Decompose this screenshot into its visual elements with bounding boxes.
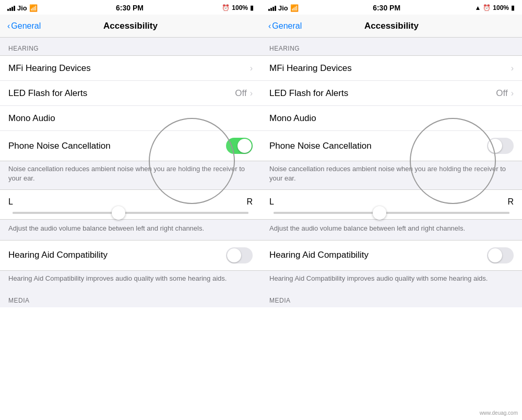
noise-label-right: Phone Noise Cancellation (269, 141, 372, 151)
page-title-left: Accessibility (103, 21, 158, 31)
time-display: 6:30 PM (116, 4, 144, 12)
battery-label: 100% (232, 4, 248, 11)
page-title-right: Accessibility (364, 21, 419, 31)
led-right-left: Off › (235, 88, 253, 99)
mfi-row-right[interactable]: MFi Hearing Devices › (261, 56, 522, 81)
slider-right-label-right: R (507, 197, 514, 207)
led-row-right[interactable]: LED Flash for Alerts Off › (261, 81, 522, 106)
led-chevron-left: › (250, 89, 253, 98)
back-button-right[interactable]: ‹ General (268, 21, 302, 31)
wifi-icon-right: 📶 (290, 4, 299, 12)
back-chevron-icon-right: ‹ (268, 21, 271, 31)
slider-track-right[interactable] (274, 212, 509, 214)
status-bar-right: Jio 📶 6:30 PM ▲ ⏰ 100% ▮ (261, 0, 522, 15)
mfi-label-left: MFi Hearing Devices (8, 63, 91, 74)
settings-list-left: HEARING MFi Hearing Devices › LED Flash … (0, 38, 261, 307)
slider-section-right: L R (261, 189, 522, 220)
mfi-right-left: › (250, 64, 253, 73)
mono-label-right: Mono Audio (269, 113, 316, 124)
slider-section-left: L R (0, 189, 261, 220)
hearing-aid-group-left: Hearing Aid Compatibility (0, 240, 261, 271)
led-label-left: LED Flash for Alerts (8, 88, 87, 99)
slider-left-label-left: L (8, 197, 13, 207)
led-row-left[interactable]: LED Flash for Alerts Off › (0, 81, 261, 106)
slider-left-label-right: L (269, 197, 274, 207)
back-label-right: General (272, 21, 302, 31)
hearing-aid-row-right[interactable]: Hearing Aid Compatibility (261, 241, 522, 270)
settings-list-right: HEARING MFi Hearing Devices › LED Flash … (261, 38, 522, 307)
slider-track-left[interactable] (13, 212, 248, 214)
right-panel: Jio 📶 6:30 PM ▲ ⏰ 100% ▮ ‹ General Acces… (261, 0, 522, 420)
noise-description-left: Noise cancellation reduces ambient noise… (0, 161, 261, 189)
left-panel: Jio 📶 6:30 PM ⏰ 100% ▮ ‹ General Accessi… (0, 0, 261, 420)
noise-toggle-knob-left (238, 139, 252, 153)
hearing-group-left: MFi Hearing Devices › LED Flash for Aler… (0, 55, 261, 161)
status-right: ⏰ 100% ▮ (222, 4, 254, 11)
section-hearing-right: HEARING (261, 38, 522, 55)
mfi-chevron-right: › (511, 64, 514, 73)
carrier-label: Jio (17, 4, 27, 12)
location-icon-right: ▲ (474, 4, 481, 11)
status-right-right: ▲ ⏰ 100% ▮ (474, 4, 515, 11)
slider-description-right: Adjust the audio volume balance between … (261, 220, 522, 239)
nav-bar-left: ‹ General Accessibility (0, 15, 261, 38)
slider-right-label-left: R (246, 197, 253, 207)
slider-fill-left (13, 212, 248, 214)
hearing-aid-knob-right (488, 248, 502, 262)
mono-row-left[interactable]: Mono Audio (0, 106, 261, 131)
mono-row-right[interactable]: Mono Audio (261, 106, 522, 131)
hearing-group-right: MFi Hearing Devices › LED Flash for Aler… (261, 55, 522, 161)
slider-labels-right: L R (269, 197, 514, 207)
battery-icon-right: ▮ (511, 4, 515, 11)
hearing-aid-toggle-right[interactable] (487, 247, 514, 263)
led-chevron-right: › (511, 89, 514, 98)
led-value-left: Off (235, 88, 246, 99)
hearing-aid-row-left[interactable]: Hearing Aid Compatibility (0, 241, 261, 270)
back-label: General (11, 21, 41, 31)
hearing-aid-toggle-left[interactable] (226, 247, 253, 263)
battery-label-right: 100% (493, 4, 509, 11)
hearing-aid-description-left: Hearing Aid Compatibility improves audio… (0, 271, 261, 290)
noise-toggle-knob-right (488, 139, 502, 153)
mfi-right-right: › (511, 64, 514, 73)
status-bar-left: Jio 📶 6:30 PM ⏰ 100% ▮ (0, 0, 261, 15)
noise-description-right: Noise cancellation reduces ambient noise… (261, 161, 522, 189)
noise-row-left[interactable]: Phone Noise Cancellation (0, 131, 261, 161)
led-value-right: Off (496, 88, 507, 99)
status-left: Jio 📶 (7, 4, 38, 12)
slider-description-left: Adjust the audio volume balance between … (0, 220, 261, 239)
back-chevron-icon: ‹ (7, 21, 10, 31)
hearing-aid-knob-left (227, 248, 241, 262)
mono-label-left: Mono Audio (8, 113, 55, 124)
slider-fill-right (274, 212, 509, 214)
hearing-aid-description-right: Hearing Aid Compatibility improves audio… (261, 271, 522, 290)
battery-icon: ▮ (250, 4, 254, 11)
slider-thumb-right[interactable] (373, 206, 386, 220)
slider-labels-left: L R (8, 197, 253, 207)
wifi-icon: 📶 (29, 4, 38, 12)
hearing-aid-group-right: Hearing Aid Compatibility (261, 240, 522, 271)
section-media-left: MEDIA (0, 290, 261, 307)
nav-bar-right: ‹ General Accessibility (261, 15, 522, 38)
mfi-chevron-left: › (250, 64, 253, 73)
led-label-right: LED Flash for Alerts (269, 88, 348, 99)
section-media-right: MEDIA (261, 290, 522, 307)
time-display-right: 6:30 PM (373, 4, 400, 12)
mfi-row-left[interactable]: MFi Hearing Devices › (0, 56, 261, 81)
carrier-label-right: Jio (278, 4, 288, 12)
hearing-aid-label-left: Hearing Aid Compatibility (8, 250, 108, 260)
mfi-label-right: MFi Hearing Devices (269, 63, 352, 74)
status-left-right: Jio 📶 (268, 4, 299, 12)
led-right-right: Off › (496, 88, 514, 99)
slider-thumb-left[interactable] (112, 206, 125, 220)
noise-label-left: Phone Noise Cancellation (8, 141, 111, 151)
alarm-icon-right: ⏰ (483, 4, 491, 11)
noise-row-right[interactable]: Phone Noise Cancellation (261, 131, 522, 161)
signal-icon (7, 5, 15, 11)
alarm-icon: ⏰ (222, 4, 230, 11)
section-hearing-left: HEARING (0, 38, 261, 55)
noise-toggle-right[interactable] (487, 138, 514, 154)
signal-icon-right (268, 5, 276, 11)
back-button-left[interactable]: ‹ General (7, 21, 41, 31)
noise-toggle-left[interactable] (226, 138, 253, 154)
